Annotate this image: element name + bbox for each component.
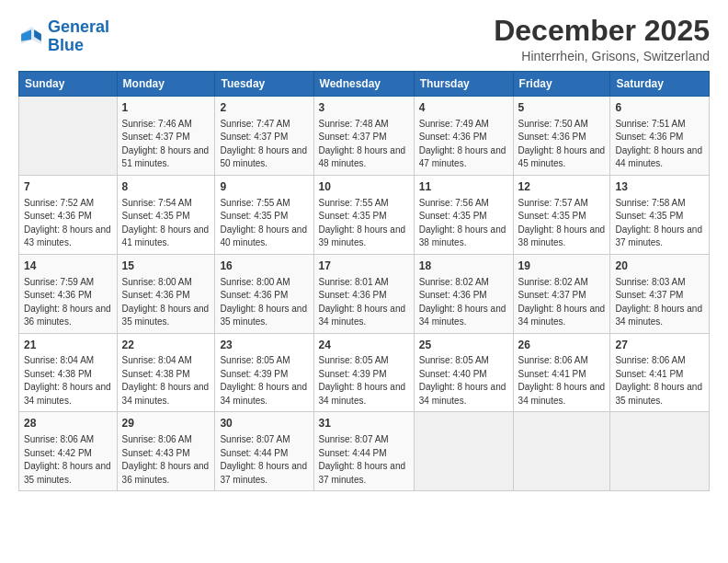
day-number: 21 xyxy=(24,338,112,353)
sunrise-text: Sunrise: 7:58 AM xyxy=(615,198,685,208)
week-row-4: 28Sunrise: 8:06 AMSunset: 4:42 PMDayligh… xyxy=(19,412,710,491)
col-tuesday: Tuesday xyxy=(215,72,313,97)
day-info: Sunrise: 8:03 AMSunset: 4:37 PMDaylight:… xyxy=(615,276,704,329)
daylight-text: Daylight: 8 hours and 34 minutes. xyxy=(220,382,307,406)
sunrise-text: Sunrise: 8:04 AM xyxy=(122,355,192,365)
calendar-cell: 5Sunrise: 7:50 AMSunset: 4:36 PMDaylight… xyxy=(513,97,610,176)
calendar-cell: 9Sunrise: 7:55 AMSunset: 4:35 PMDaylight… xyxy=(215,175,313,254)
day-info: Sunrise: 8:02 AMSunset: 4:36 PMDaylight:… xyxy=(419,276,508,329)
daylight-text: Daylight: 8 hours and 35 minutes. xyxy=(220,304,307,327)
day-info: Sunrise: 7:48 AMSunset: 4:37 PMDaylight:… xyxy=(319,118,409,171)
daylight-text: Daylight: 8 hours and 36 minutes. xyxy=(24,304,111,327)
calendar-cell: 26Sunrise: 8:06 AMSunset: 4:41 PMDayligh… xyxy=(513,333,610,412)
daylight-text: Daylight: 8 hours and 43 minutes. xyxy=(24,224,111,248)
daylight-text: Daylight: 8 hours and 34 minutes. xyxy=(319,382,406,406)
daylight-text: Daylight: 8 hours and 47 minutes. xyxy=(419,145,506,169)
calendar-cell: 24Sunrise: 8:05 AMSunset: 4:39 PMDayligh… xyxy=(313,333,414,412)
sunset-text: Sunset: 4:35 PM xyxy=(615,211,683,221)
sunrise-text: Sunrise: 8:05 AM xyxy=(220,355,290,365)
sunrise-text: Sunrise: 7:49 AM xyxy=(419,119,489,129)
calendar-cell: 30Sunrise: 8:07 AMSunset: 4:44 PMDayligh… xyxy=(215,412,313,491)
sunrise-text: Sunrise: 8:06 AM xyxy=(518,355,588,365)
daylight-text: Daylight: 8 hours and 41 minutes. xyxy=(122,224,210,248)
day-number: 20 xyxy=(615,259,704,274)
day-number: 2 xyxy=(220,100,308,116)
calendar-cell xyxy=(414,412,513,491)
day-info: Sunrise: 7:47 AMSunset: 4:37 PMDaylight:… xyxy=(220,118,308,171)
logo-general: General xyxy=(48,17,109,36)
sunset-text: Sunset: 4:35 PM xyxy=(220,211,288,221)
sunrise-text: Sunrise: 7:52 AM xyxy=(24,198,94,208)
calendar-cell: 20Sunrise: 8:03 AMSunset: 4:37 PMDayligh… xyxy=(610,254,710,333)
sunset-text: Sunset: 4:38 PM xyxy=(122,369,190,379)
daylight-text: Daylight: 8 hours and 35 minutes. xyxy=(24,461,111,485)
sunset-text: Sunset: 4:37 PM xyxy=(518,290,586,300)
day-number: 26 xyxy=(518,338,606,353)
sunset-text: Sunset: 4:44 PM xyxy=(319,448,387,458)
sunset-text: Sunset: 4:36 PM xyxy=(319,290,387,300)
sunrise-text: Sunrise: 7:55 AM xyxy=(220,198,290,208)
sunrise-text: Sunrise: 8:01 AM xyxy=(319,277,389,287)
day-info: Sunrise: 8:01 AMSunset: 4:36 PMDaylight:… xyxy=(319,276,409,329)
logo-blue: Blue xyxy=(48,36,84,54)
page: General Blue December 2025 Hinterrhein, … xyxy=(0,0,728,563)
sunset-text: Sunset: 4:37 PM xyxy=(220,132,288,142)
day-info: Sunrise: 8:04 AMSunset: 4:38 PMDaylight:… xyxy=(24,354,112,408)
calendar-cell: 14Sunrise: 7:59 AMSunset: 4:36 PMDayligh… xyxy=(19,254,118,333)
day-number: 13 xyxy=(615,179,704,195)
calendar-cell: 10Sunrise: 7:55 AMSunset: 4:35 PMDayligh… xyxy=(313,175,414,254)
sunrise-text: Sunrise: 7:55 AM xyxy=(319,198,389,208)
daylight-text: Daylight: 8 hours and 34 minutes. xyxy=(518,304,606,327)
calendar-cell: 16Sunrise: 8:00 AMSunset: 4:36 PMDayligh… xyxy=(215,254,313,333)
day-number: 11 xyxy=(419,179,508,195)
sunrise-text: Sunrise: 7:50 AM xyxy=(518,119,588,129)
day-info: Sunrise: 7:50 AMSunset: 4:36 PMDaylight:… xyxy=(518,118,606,171)
day-info: Sunrise: 7:56 AMSunset: 4:35 PMDaylight:… xyxy=(419,197,508,250)
calendar-cell: 25Sunrise: 8:05 AMSunset: 4:40 PMDayligh… xyxy=(414,333,513,412)
calendar-cell: 28Sunrise: 8:06 AMSunset: 4:42 PMDayligh… xyxy=(19,412,118,491)
calendar-cell: 15Sunrise: 8:00 AMSunset: 4:36 PMDayligh… xyxy=(117,254,215,333)
col-monday: Monday xyxy=(117,72,215,97)
day-info: Sunrise: 7:54 AMSunset: 4:35 PMDaylight:… xyxy=(122,197,210,250)
day-info: Sunrise: 7:59 AMSunset: 4:36 PMDaylight:… xyxy=(24,276,112,329)
day-number: 22 xyxy=(122,338,210,353)
daylight-text: Daylight: 8 hours and 35 minutes. xyxy=(122,304,210,327)
daylight-text: Daylight: 8 hours and 34 minutes. xyxy=(518,382,606,406)
day-info: Sunrise: 7:46 AMSunset: 4:37 PMDaylight:… xyxy=(122,118,210,171)
calendar-cell: 18Sunrise: 8:02 AMSunset: 4:36 PMDayligh… xyxy=(414,254,513,333)
subtitle: Hinterrhein, Grisons, Switzerland xyxy=(494,49,710,63)
daylight-text: Daylight: 8 hours and 40 minutes. xyxy=(220,224,307,248)
day-number: 31 xyxy=(319,416,409,431)
sunset-text: Sunset: 4:35 PM xyxy=(518,211,586,221)
day-number: 27 xyxy=(615,338,704,353)
sunset-text: Sunset: 4:35 PM xyxy=(319,211,387,221)
calendar-cell: 4Sunrise: 7:49 AMSunset: 4:36 PMDaylight… xyxy=(414,97,513,176)
calendar-cell: 29Sunrise: 8:06 AMSunset: 4:43 PMDayligh… xyxy=(117,412,215,491)
logo-icon xyxy=(18,24,44,50)
sunrise-text: Sunrise: 8:02 AM xyxy=(518,277,588,287)
day-info: Sunrise: 8:07 AMSunset: 4:44 PMDaylight:… xyxy=(319,433,409,487)
daylight-text: Daylight: 8 hours and 37 minutes. xyxy=(220,461,307,485)
day-number: 29 xyxy=(122,416,210,431)
sunrise-text: Sunrise: 8:02 AM xyxy=(419,277,489,287)
day-info: Sunrise: 8:00 AMSunset: 4:36 PMDaylight:… xyxy=(122,276,210,329)
calendar-cell xyxy=(610,412,710,491)
day-info: Sunrise: 7:52 AMSunset: 4:36 PMDaylight:… xyxy=(24,197,112,250)
sunset-text: Sunset: 4:41 PM xyxy=(518,369,586,379)
day-number: 9 xyxy=(220,179,308,195)
sunrise-text: Sunrise: 7:47 AM xyxy=(220,119,290,129)
calendar-cell: 6Sunrise: 7:51 AMSunset: 4:36 PMDaylight… xyxy=(610,97,710,176)
calendar-cell: 3Sunrise: 7:48 AMSunset: 4:37 PMDaylight… xyxy=(313,97,414,176)
day-info: Sunrise: 8:07 AMSunset: 4:44 PMDaylight:… xyxy=(220,433,308,487)
sunset-text: Sunset: 4:36 PM xyxy=(419,290,487,300)
week-row-2: 14Sunrise: 7:59 AMSunset: 4:36 PMDayligh… xyxy=(19,254,710,333)
daylight-text: Daylight: 8 hours and 45 minutes. xyxy=(518,145,606,169)
day-info: Sunrise: 7:58 AMSunset: 4:35 PMDaylight:… xyxy=(615,197,704,250)
day-number: 17 xyxy=(319,259,409,274)
sunset-text: Sunset: 4:36 PM xyxy=(24,211,92,221)
daylight-text: Daylight: 8 hours and 44 minutes. xyxy=(615,145,702,169)
daylight-text: Daylight: 8 hours and 39 minutes. xyxy=(319,224,406,248)
sunrise-text: Sunrise: 8:05 AM xyxy=(319,355,389,365)
day-number: 15 xyxy=(122,259,210,274)
day-info: Sunrise: 7:55 AMSunset: 4:35 PMDaylight:… xyxy=(319,197,409,250)
